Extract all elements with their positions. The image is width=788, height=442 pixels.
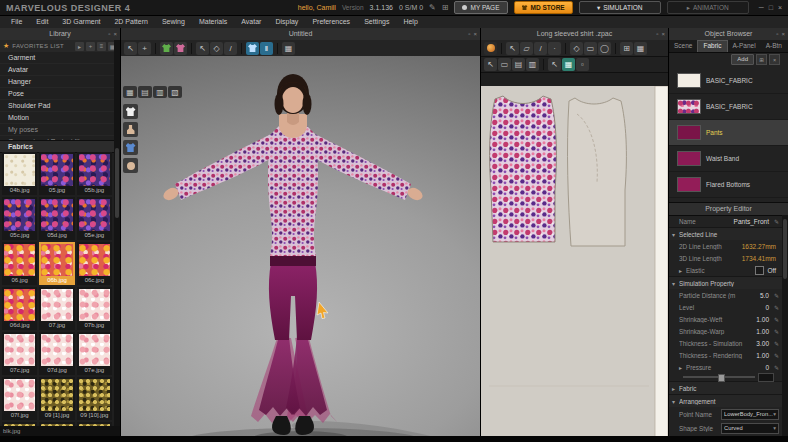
- animation-button[interactable]: ▸ ANIMATION: [667, 1, 749, 14]
- fabric-tile[interactable]: 04b.jpg: [2, 152, 37, 195]
- chevron-right-icon[interactable]: ▸: [679, 267, 686, 274]
- edit-icon[interactable]: ✎: [772, 304, 779, 311]
- fabric-tile[interactable]: 05e.jpg: [77, 197, 112, 240]
- pin-tool-icon[interactable]: ↖: [196, 42, 209, 55]
- property-value[interactable]: 0: [765, 304, 769, 311]
- show-pattern-toggle-icon[interactable]: ▫: [576, 58, 589, 71]
- tab-fabric[interactable]: Fabric: [697, 40, 727, 52]
- show-sewing-toggle-icon[interactable]: ▦: [562, 58, 575, 71]
- name-value[interactable]: Pants_Front: [734, 218, 769, 225]
- select-sewing-tool-icon[interactable]: ↖: [484, 58, 497, 71]
- point-name-dropdown[interactable]: LowerBody_Fron... ▾: [721, 409, 779, 420]
- show-garment-toggle-icon[interactable]: [246, 42, 259, 55]
- share-icon[interactable]: ⊞: [442, 3, 449, 12]
- texture-view-icon[interactable]: ▤: [138, 86, 152, 98]
- fabric-tile[interactable]: 06c.jpg: [77, 242, 112, 285]
- pin-2d-tool-icon[interactable]: ↖: [548, 58, 561, 71]
- chevron-right-icon[interactable]: ▸: [679, 364, 686, 371]
- property-editor-scrollbar[interactable]: [782, 215, 788, 436]
- fabric-tile[interactable]: 07b.jpg: [77, 287, 112, 330]
- property-value[interactable]: 1.00: [756, 328, 769, 335]
- library-item-shoulder-pad[interactable]: Shoulder Pad: [0, 100, 114, 112]
- grid-tool-icon[interactable]: ▦: [634, 42, 647, 55]
- library-item-hanger[interactable]: Hanger: [0, 76, 114, 88]
- show-garment-icon[interactable]: [123, 104, 138, 119]
- property-value[interactable]: 3.00: [756, 340, 769, 347]
- fabric-tile[interactable]: 05.jpg: [39, 152, 74, 195]
- transform-pattern-tool-icon[interactable]: ↖: [506, 42, 519, 55]
- fabric-tile[interactable]: 07c.jpg: [2, 332, 37, 375]
- my-page-button[interactable]: MY PAGE: [454, 1, 507, 14]
- fabric-tile[interactable]: 07e.jpg: [77, 332, 112, 375]
- edit-icon[interactable]: ✎: [772, 340, 779, 347]
- add-fabric-button[interactable]: Add: [731, 54, 754, 65]
- user-greeting[interactable]: hello, Camill: [298, 4, 336, 11]
- move-gizmo-tool-icon[interactable]: +: [138, 42, 151, 55]
- mesh-display-icon[interactable]: ▦: [282, 42, 295, 55]
- tab-a-btn[interactable]: A-Btn: [761, 40, 787, 52]
- fabric-row-basic-1[interactable]: BASIC_FABRIC: [669, 68, 788, 94]
- edit-icon[interactable]: ✎: [772, 316, 779, 323]
- library-list-view-icon[interactable]: ≡: [97, 42, 106, 51]
- edit-icon[interactable]: ✎: [772, 218, 779, 225]
- show-avatar-icon[interactable]: [123, 122, 138, 137]
- pattern-2d-close-icon[interactable]: ×: [661, 28, 665, 40]
- menu-sewing[interactable]: Sewing: [155, 16, 192, 28]
- fabric-tile[interactable]: 07.jpg: [39, 287, 74, 330]
- object-browser-float-icon[interactable]: ▫: [776, 28, 778, 40]
- fabric-swatch-icon[interactable]: [484, 42, 497, 55]
- edit-curve-tool-icon[interactable]: /: [534, 42, 547, 55]
- menu-help[interactable]: Help: [396, 16, 424, 28]
- edit-sewing-tool-icon[interactable]: ▭: [498, 58, 511, 71]
- edit-icon[interactable]: ✎: [772, 364, 779, 371]
- section-fabric[interactable]: ▸ Fabric: [669, 381, 782, 394]
- menu-materials[interactable]: Materials: [192, 16, 234, 28]
- menu-2d-pattern[interactable]: 2D Pattern: [107, 16, 154, 28]
- pause-simulation-icon[interactable]: ‖: [260, 42, 273, 55]
- fabric-tile-selected[interactable]: 06b.jpg: [39, 242, 74, 285]
- show-fitting-icon[interactable]: [123, 140, 138, 155]
- fabric-tile[interactable]: 07d.jpg: [39, 332, 74, 375]
- feedback-icon[interactable]: ✎: [429, 3, 436, 12]
- object-browser-close-icon[interactable]: ×: [781, 28, 785, 40]
- tab-a-panel[interactable]: A-Panel: [728, 40, 761, 52]
- property-value[interactable]: 5.0: [760, 292, 769, 299]
- library-close-icon[interactable]: ×: [113, 28, 117, 40]
- section-simulation-property[interactable]: ▾ Simulation Property: [669, 276, 782, 289]
- library-item-garment[interactable]: Garment: [0, 52, 114, 64]
- avatar-style-tool-icon[interactable]: [174, 42, 187, 55]
- wireframe-view-icon[interactable]: ▥: [153, 86, 167, 98]
- add-point-tool-icon[interactable]: ·: [548, 42, 561, 55]
- viewport-3d-close-icon[interactable]: ×: [473, 28, 477, 40]
- fabric-tile[interactable]: 09 [1].jpg: [39, 377, 74, 420]
- minimize-icon[interactable]: ─: [759, 4, 764, 11]
- fabric-tile[interactable]: 05b.jpg: [77, 152, 112, 195]
- fabric-row-basic-2[interactable]: BASIC_FABRIC: [669, 94, 788, 120]
- elastic-checkbox[interactable]: [755, 266, 764, 275]
- section-selected-line[interactable]: ▾ Selected Line: [669, 227, 782, 240]
- fabric-tile[interactable]: 06d.jpg: [2, 287, 37, 330]
- menu-file[interactable]: File: [4, 16, 29, 28]
- property-value[interactable]: 1.00: [756, 352, 769, 359]
- segment-sewing-tool-icon[interactable]: ▤: [512, 58, 525, 71]
- shaded-view-icon[interactable]: ▦: [123, 86, 137, 98]
- fabric-tile[interactable]: 05d.jpg: [39, 197, 74, 240]
- library-back-icon[interactable]: ▸: [75, 42, 84, 51]
- fabric-row-pants[interactable]: Pants: [669, 120, 788, 146]
- menu-settings[interactable]: Settings: [357, 16, 396, 28]
- ellipse-tool-icon[interactable]: ◯: [598, 42, 611, 55]
- pressure-value[interactable]: 0: [765, 364, 769, 371]
- menu-3d-garment[interactable]: 3D Garment: [55, 16, 107, 28]
- maximize-icon[interactable]: □: [769, 4, 773, 11]
- select-tool-icon[interactable]: ↖: [124, 42, 137, 55]
- show-head-icon[interactable]: [123, 158, 138, 173]
- edit-icon[interactable]: ✎: [772, 292, 779, 299]
- fabric-row-waist-band[interactable]: Waist Band: [669, 146, 788, 172]
- menu-preferences[interactable]: Preferences: [305, 16, 357, 28]
- edit-icon[interactable]: ✎: [772, 352, 779, 359]
- viewport-3d-float-icon[interactable]: ▫: [468, 28, 470, 40]
- free-sewing-tool-icon[interactable]: ▥: [526, 58, 539, 71]
- viewport-3d-canvas[interactable]: ▦ ▤ ▥ ▧: [121, 56, 480, 436]
- slider-handle[interactable]: [718, 374, 725, 382]
- edit-icon[interactable]: ✎: [772, 328, 779, 335]
